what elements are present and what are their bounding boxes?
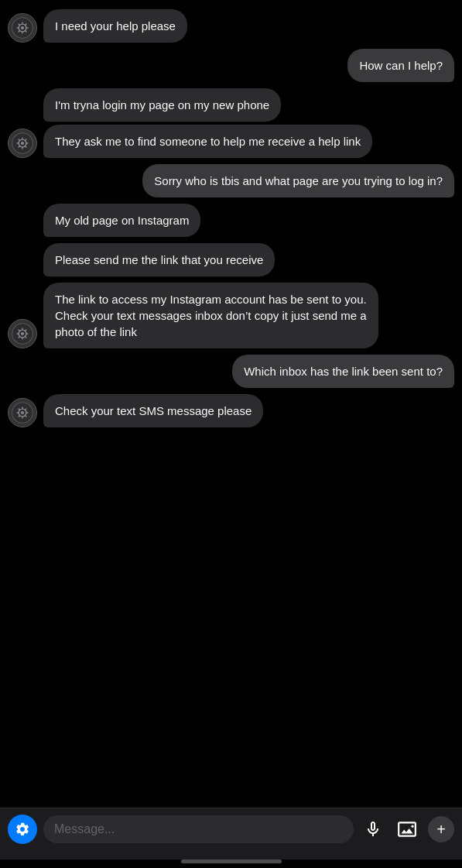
message-bubble: How can I help? <box>347 49 454 82</box>
svg-point-35 <box>21 411 24 414</box>
svg-point-2 <box>21 26 24 29</box>
avatar <box>8 398 37 427</box>
message-row-outgoing: Sorry who is tbis and what page are you … <box>8 164 454 197</box>
chat-area: I need your help pleaseHow can I help?I'… <box>0 0 462 808</box>
message-bubble: Check your text SMS message please <box>43 394 263 427</box>
svg-point-13 <box>21 142 24 145</box>
camera-button[interactable] <box>8 815 37 844</box>
message-row-incoming: I need your help please <box>8 9 454 43</box>
message-bubble: Sorry who is tbis and what page are you … <box>142 164 454 197</box>
message-row-incoming: They ask me to find someone to help me r… <box>8 125 454 158</box>
home-indicator <box>0 859 462 868</box>
message-row-outgoing: Which inbox has the link been sent to? <box>8 355 454 388</box>
input-bar: Message... + <box>0 808 462 859</box>
message-row-incoming: My old page on Instagram <box>8 204 454 237</box>
message-bubble: The link to access my Instagram account … <box>43 283 378 348</box>
message-bubble: Which inbox has the link been sent to? <box>232 355 454 388</box>
input-icons: + <box>360 816 454 842</box>
home-bar <box>181 859 282 863</box>
photo-button[interactable] <box>394 816 420 842</box>
message-bubble: I need your help please <box>43 9 187 43</box>
avatar <box>8 319 37 348</box>
plus-button[interactable]: + <box>428 816 454 842</box>
message-bubble: I'm tryna login my page on my new phone <box>43 88 281 122</box>
message-bubble: They ask me to find someone to help me r… <box>43 125 372 158</box>
message-row-outgoing: How can I help? <box>8 49 454 82</box>
avatar <box>8 129 37 158</box>
message-bubble: Please send me the link that you receive <box>43 243 275 276</box>
message-row-incoming: Please send me the link that you receive <box>8 243 454 276</box>
message-group: I'm tryna login my page on my new phone … <box>8 88 454 158</box>
message-row-incoming: Check your text SMS message please <box>8 394 454 427</box>
svg-point-24 <box>21 332 24 335</box>
message-input[interactable]: Message... <box>43 815 354 843</box>
message-row-incoming: The link to access my Instagram account … <box>8 283 454 348</box>
mic-button[interactable] <box>360 816 386 842</box>
message-row-incoming: I'm tryna login my page on my new phone <box>8 88 454 122</box>
avatar <box>8 13 37 43</box>
message-bubble: My old page on Instagram <box>43 204 200 237</box>
message-placeholder: Message... <box>54 822 115 836</box>
